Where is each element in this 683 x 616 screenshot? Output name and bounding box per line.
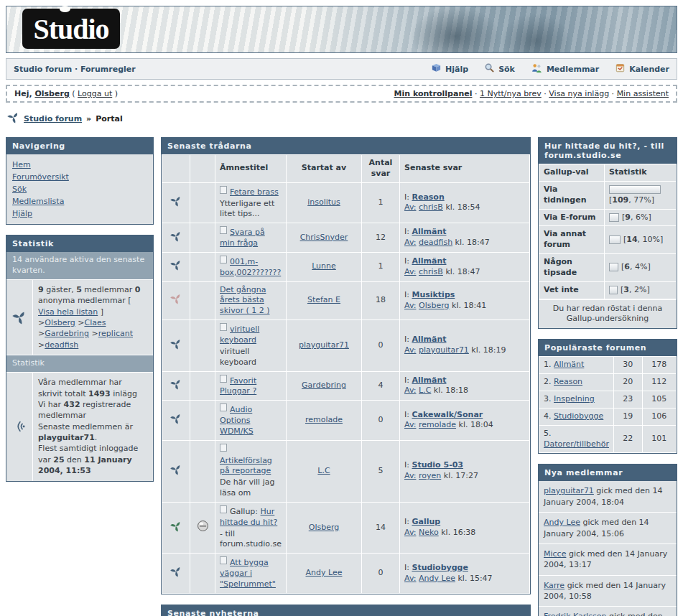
text-link[interactable]: Allmänt (412, 227, 446, 236)
forum-rank: 5. (544, 429, 552, 438)
calendar-button[interactable]: Kalender (615, 62, 669, 75)
icon-column-header (162, 155, 190, 182)
text-span: · (542, 89, 549, 98)
thread-title-link[interactable]: 001,m-box,002??????? (220, 257, 281, 277)
text-link[interactable]: Neko (419, 528, 439, 537)
new-members-box: Nya medlemmar playguitar71 gick med den … (538, 464, 677, 616)
text-link[interactable]: Av: (404, 420, 417, 429)
thread-title-link[interactable]: Artikelförslag på reportage (220, 456, 272, 476)
text-link[interactable]: Olsberg (45, 318, 75, 327)
text-link[interactable]: Min kontrollpanel (394, 89, 473, 98)
text-link[interactable]: Av: (404, 386, 417, 395)
popular-forum-count-a: 22 (614, 426, 642, 453)
text-span: den (65, 455, 85, 465)
text-link[interactable]: Fredrik Karlsson (544, 612, 607, 616)
text-link[interactable]: Micce (544, 549, 566, 559)
text-link[interactable]: Andy Lee (544, 518, 580, 527)
sidebar-nav-link[interactable]: Forumöversikt (12, 171, 147, 183)
online-users-text: 9 gäster, 5 medlemmar 0 anonyma medlemma… (33, 280, 153, 355)
thread-row: 001,m-box,002??????? Lunne 1 I: AllmäntA… (162, 253, 529, 281)
popular-forum-row: 5. Datorer/tillbehör 22 101 (539, 426, 676, 453)
forum-link[interactable]: Inspelning (554, 394, 595, 403)
forum-link[interactable]: Studiobygge (554, 411, 603, 421)
sidebar-nav-link[interactable]: Sök (12, 183, 147, 195)
text-link[interactable]: Cakewalk/Sonar (412, 410, 483, 419)
text-link[interactable]: Allmänt (412, 256, 446, 266)
thread-starter-link[interactable]: Gardebring (302, 381, 346, 390)
thread-extra-icon-cell (190, 554, 215, 593)
text-link[interactable]: Olsberg (419, 301, 450, 310)
text-link[interactable]: Allmänt (412, 375, 446, 385)
text-link[interactable]: deadfish (419, 238, 452, 247)
text-link[interactable]: Studio 5-03 (412, 460, 463, 470)
text-link[interactable]: Musiktips (412, 290, 455, 299)
text-link[interactable]: chrisB (419, 202, 443, 212)
text-link[interactable]: Av: (404, 202, 417, 212)
text-link[interactable]: remolade (419, 420, 456, 429)
text-link[interactable]: Visa nya inlägg (549, 89, 609, 98)
forum-link[interactable]: Datorer/tillbehör (544, 439, 609, 449)
text-link[interactable]: chrisB (419, 267, 443, 276)
thread-starter-link[interactable]: Stefan E (307, 295, 340, 304)
text-link[interactable]: Andy Lee (419, 574, 455, 583)
text-link[interactable]: Reason (412, 192, 444, 202)
top-navbar: Studio forum · Forumregler Hjälp Sök Med… (6, 58, 677, 80)
thread-starter-link[interactable]: Andy Lee (306, 568, 343, 577)
text-link[interactable]: Claes (84, 318, 106, 327)
sidebar-nav-link[interactable]: Hjälp (12, 207, 147, 220)
forum-rank: 4. (544, 411, 554, 421)
text-span: , 2%] (629, 285, 650, 294)
text-link[interactable]: Av: (404, 267, 417, 276)
text-link[interactable]: Av: (404, 528, 417, 537)
sidebar-nav-link[interactable]: Hem (12, 159, 147, 171)
thread-starter-link[interactable]: insolitus (307, 197, 340, 207)
thread-starter-link[interactable]: L.C (317, 466, 330, 475)
text-link[interactable]: Olsberg (34, 89, 69, 98)
forum-link[interactable]: Allmänt (554, 360, 584, 369)
thread-starter-link[interactable]: remolade (305, 415, 343, 424)
thread-replies-cell: 14 (362, 503, 399, 553)
thread-replies-cell: 4 (362, 372, 399, 401)
text-link[interactable]: replicant (98, 329, 133, 338)
text-link[interactable]: 1 Nytt/nya brev (480, 89, 542, 98)
text-span: inlägg (111, 389, 137, 398)
thread-starter-link[interactable]: Lunne (312, 261, 336, 271)
popular-forum-count-b: 112 (643, 374, 676, 391)
sidebar-nav-link[interactable]: Medlemslista (12, 195, 147, 207)
text-link[interactable]: Gardebring (45, 329, 89, 338)
text-link[interactable]: Studiobygge (412, 563, 468, 572)
thread-title-link[interactable]: Att bygga väggar i "Spelrummet" (220, 558, 276, 589)
text-link[interactable]: playguitar71 (544, 486, 594, 495)
members-button[interactable]: Medlemmar (531, 62, 599, 75)
text-link[interactable]: Av: (404, 574, 417, 583)
text-link[interactable]: Visa hela listan (38, 307, 98, 317)
text-link[interactable]: L.C (419, 386, 431, 395)
text-link[interactable]: Karre (544, 581, 564, 590)
thread-lastreply-cell: I: Cakewalk/SonarAv: remolade kl. 18:04 (400, 401, 529, 440)
text-span: > (89, 329, 98, 338)
thread-starter-link[interactable]: ChrisSnyder (300, 233, 348, 242)
text-link[interactable]: deadfish (45, 340, 78, 350)
text-link[interactable]: Av: (404, 471, 417, 480)
text-link[interactable]: Av: (404, 238, 417, 247)
help-button[interactable]: Hjälp (431, 62, 468, 75)
text-link[interactable]: Allmänt (412, 335, 446, 344)
text-link[interactable]: Forumregler (80, 65, 136, 74)
thread-starter-link[interactable]: Olsberg (309, 523, 340, 532)
thread-title-link[interactable]: Fetare brass (230, 187, 279, 197)
breadcrumb-forum-link[interactable]: Studio forum (24, 114, 82, 123)
text-link[interactable]: Studio forum (14, 65, 72, 74)
text-link[interactable]: Min assistent (617, 89, 669, 98)
text-link[interactable]: royen (419, 471, 441, 480)
text-link[interactable]: Av: (404, 345, 417, 355)
text-link[interactable]: Gallup (412, 517, 440, 526)
text-link[interactable]: Av: (404, 301, 417, 310)
breadcrumb-current: Portal (96, 114, 123, 123)
text-link[interactable]: playguitar71 (419, 345, 469, 355)
thread-title-link[interactable]: Det gångna årets bästa skivor ( 1 2 ) (220, 285, 270, 316)
search-button[interactable]: Sök (484, 62, 515, 75)
text-link[interactable]: Logga ut (78, 89, 112, 98)
thread-starter-link[interactable]: playguitar71 (299, 340, 349, 350)
thread-replies-cell: 18 (362, 282, 399, 320)
forum-link[interactable]: Reason (554, 377, 582, 386)
